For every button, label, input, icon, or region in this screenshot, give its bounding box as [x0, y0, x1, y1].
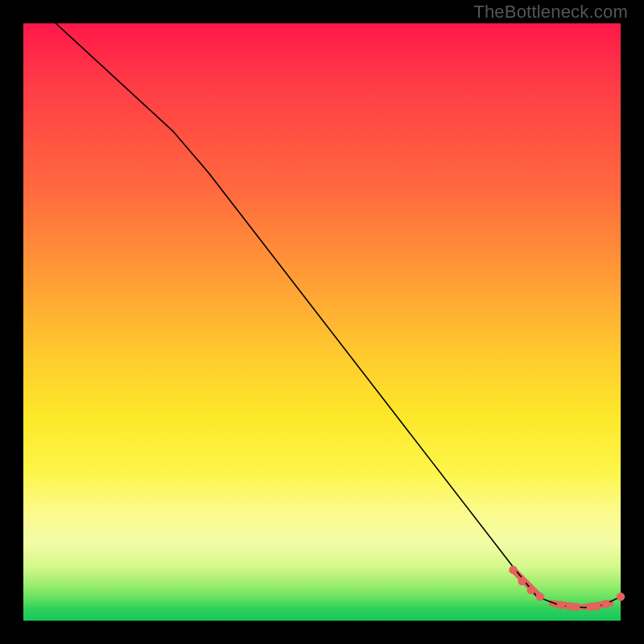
chart-frame: TheBottleneck.com: [0, 0, 644, 644]
bottleneck-curve: [23, 0, 621, 608]
marker-group: [509, 566, 625, 611]
data-marker: [527, 586, 535, 594]
data-marker: [536, 592, 544, 601]
data-marker: [518, 577, 526, 585]
data-marker: [601, 600, 609, 608]
data-marker: [592, 602, 601, 610]
data-marker: [557, 601, 565, 609]
watermark-text: TheBottleneck.com: [473, 2, 628, 23]
plot-outer: [23, 23, 621, 621]
data-marker: [617, 592, 625, 601]
chart-overlay: [23, 23, 621, 621]
data-marker: [572, 603, 580, 611]
data-marker: [509, 566, 517, 574]
